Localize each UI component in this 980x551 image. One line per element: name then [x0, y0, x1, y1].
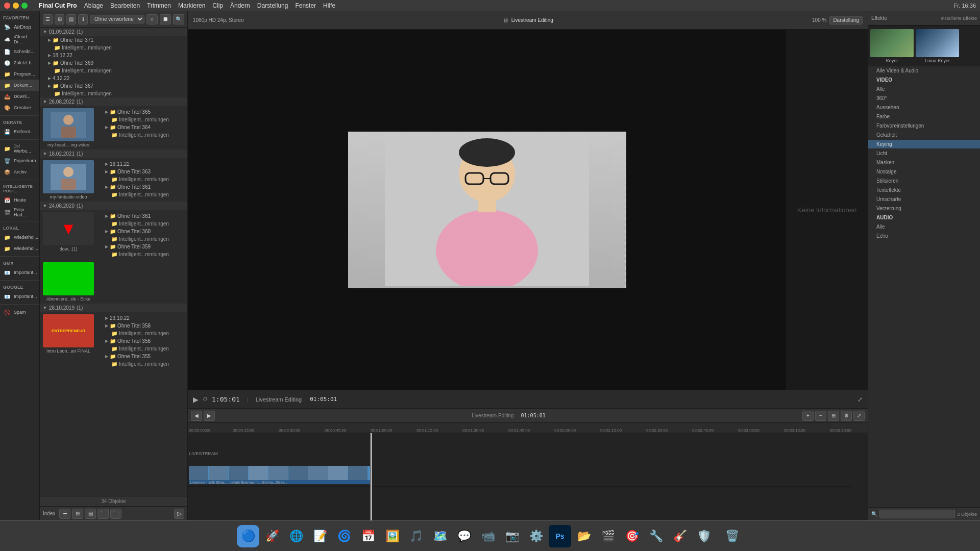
effects-item-alle-audio[interactable]: Alle — [868, 222, 980, 232]
dock-safari[interactable]: 🌐 — [285, 525, 307, 547]
folder-ohne-titel-363[interactable]: ▶📁 Ohne Titel 363 — [97, 168, 184, 176]
folder-ohne-titel-367[interactable]: ▶📁 Ohne Titel 367 — [40, 82, 187, 90]
menu-markieren[interactable]: Markieren — [178, 2, 205, 9]
folder-ohne-titel-356[interactable]: ▶📁 Ohne Titel 356 — [97, 337, 184, 345]
effects-item-verzerrung[interactable]: Verzerrung — [868, 204, 980, 213]
view-meta-btn[interactable]: ⬛ — [97, 509, 109, 519]
sidebar-item-program[interactable]: 📁 Program... — [0, 68, 39, 80]
sidebar-item-icloud[interactable]: ☁️ iCloud Dr... — [0, 33, 39, 46]
dock-messages[interactable]: 💬 — [453, 525, 475, 547]
sub-intelligent-2[interactable]: 📁Intelligent...mmlungen — [40, 67, 187, 74]
menu-trimmen[interactable]: Trimmen — [147, 2, 171, 9]
view-grid-btn[interactable]: ⊞ — [72, 509, 83, 519]
effect-thumb-keyer[interactable]: Keyer — [870, 29, 914, 63]
folder-4-12-22[interactable]: ▶ 4.12.22 — [40, 74, 187, 82]
date-header-01092022[interactable]: ▼ 01.09.2022 (1) — [40, 28, 187, 36]
effects-item-licht[interactable]: Licht — [868, 149, 980, 158]
playhead[interactable] — [371, 433, 372, 520]
browser-btn-list[interactable]: ☰ — [43, 14, 53, 24]
sidebar-item-schreibt[interactable]: 📄 Schreibt... — [0, 46, 39, 57]
folder-ohne-titel-364[interactable]: ▶📁 Ohne Titel 364 — [97, 123, 184, 131]
dock-preview[interactable]: 🖼️ — [381, 525, 403, 547]
sub-intelligent-11[interactable]: 📁Intelligent...mmlungen — [97, 345, 184, 353]
effects-item-keying[interactable]: Keying — [868, 140, 980, 149]
dock-settings[interactable]: ⚙️ — [525, 525, 547, 547]
browser-btn-search[interactable]: 🔍 — [173, 14, 184, 24]
folder-ohne-titel-360[interactable]: ▶📁 Ohne Titel 360 — [97, 228, 184, 235]
filter-dropdown[interactable]: Ohne verworfene — [90, 15, 144, 23]
effects-section-audio[interactable]: AUDIO — [868, 213, 980, 222]
app-menu[interactable]: Final Cut Pro — [39, 2, 77, 9]
effects-item-farbvorein[interactable]: Farbvoreinstellungen — [868, 121, 980, 131]
effects-item-alle-video[interactable]: Alle Video & Audio — [868, 66, 980, 76]
dock-imovie[interactable]: 🎬 — [597, 525, 619, 547]
effects-item-echo[interactable]: Echo — [868, 232, 980, 241]
dock-launchpad[interactable]: 🚀 — [261, 525, 283, 547]
dock-app3[interactable]: 🎸 — [669, 525, 691, 547]
close-button[interactable] — [4, 3, 10, 9]
browser-btn-meta[interactable]: ℹ — [78, 14, 88, 24]
sidebar-item-creative[interactable]: 🎨 Creative — [0, 102, 39, 113]
effects-item-nostalge[interactable]: Nostalge — [868, 167, 980, 177]
sidebar-item-papierkorb[interactable]: 🗑️ Papierkorb — [0, 155, 39, 166]
sub-intelligent-10[interactable]: 📁Intelligent...mmlungen — [97, 330, 184, 337]
sub-zvi[interactable]: 📁Intelligent...mmlungen — [97, 176, 184, 183]
dock-app4[interactable]: 🛡️ — [693, 525, 715, 547]
fullscreen-button[interactable] — [21, 3, 28, 9]
timeline-fit[interactable]: ⊞ — [828, 411, 839, 421]
date-header-18022021[interactable]: ▼ 18.02.2021 (1) — [40, 149, 187, 158]
sidebar-item-important2[interactable]: 📧 Important... — [0, 291, 39, 302]
date-header-26082022[interactable]: ▼ 26.08.2022 (1) — [40, 97, 187, 106]
menu-ablage[interactable]: Ablage — [84, 2, 103, 9]
sidebar-item-wieder1[interactable]: 📁 Wiederhol... — [0, 232, 39, 243]
date-header-24082020[interactable]: ▼ 24.08.2020 (1) — [40, 202, 187, 210]
sub-intelligent-12[interactable]: 📁Intelligent...mmlungen — [97, 360, 184, 368]
timeline-fullscreen[interactable]: ⤢ — [853, 411, 865, 421]
play-button[interactable]: ▶ — [193, 395, 199, 404]
sub-intelligent-7[interactable]: 📁Intelligent...mmlungen — [97, 220, 184, 228]
dock-app2[interactable]: 🔧 — [645, 525, 667, 547]
menu-darstellung[interactable]: Darstellung — [257, 2, 288, 9]
timeline-options[interactable]: ⚙ — [841, 411, 852, 421]
dock-trash[interactable]: 🗑️ — [721, 525, 743, 547]
sub-intelligent-3[interactable]: 📁Intelligent...mmlungen — [40, 90, 187, 97]
view-list-btn[interactable]: ☰ — [59, 509, 70, 519]
dock-calendar[interactable]: 📅 — [357, 525, 379, 547]
effects-item-aussehen[interactable]: Aussehen — [868, 103, 980, 112]
folder-ohne-titel-361[interactable]: ▶📁 Ohne Titel 361 — [97, 183, 184, 191]
sub-intelligent-5[interactable]: 📁Intelligent...mmlungen — [97, 131, 184, 139]
dock-music[interactable]: 🎵 — [405, 525, 427, 547]
view-extra-btn[interactable]: ⬛ — [110, 509, 121, 519]
folder-ohne-titel-358[interactable]: ▶📁 Ohne Titel 358 — [97, 322, 184, 330]
menu-bearbeiten[interactable]: Bearbeiten — [110, 2, 140, 9]
browser-btn-filter2[interactable]: ≡ — [146, 14, 158, 24]
sidebar-item-1stwerbu[interactable]: 📁 1st Werbu... — [0, 142, 39, 155]
folder-23-10-22[interactable]: ▶ 23.10.22 — [97, 314, 184, 322]
sidebar-item-important1[interactable]: 📧 Important... — [0, 267, 39, 278]
folder-ohne-titel-355[interactable]: ▶📁 Ohne Titel 355 — [97, 353, 184, 360]
effects-section-video[interactable]: VIDEO — [868, 76, 980, 85]
minimize-button[interactable] — [13, 3, 19, 9]
folder-ohne-titel-369[interactable]: ▶📁 Ohne Titel 369 — [40, 59, 187, 67]
timeline-btn-2[interactable]: ▶ — [204, 411, 215, 421]
menu-hilfe[interactable]: Hilfe — [323, 2, 335, 9]
sidebar-item-heute[interactable]: 📅 Heute — [0, 194, 39, 206]
dock-notes[interactable]: 📝 — [309, 525, 331, 547]
sub-intelligent-8[interactable]: 📁Intelligent...mmlungen — [97, 235, 184, 243]
folder-18-12-22[interactable]: ▶ 18.12.22 — [40, 52, 187, 59]
sub-intelligent-1[interactable]: 📁Intelligent...mmlungen — [40, 44, 187, 52]
sidebar-item-spam[interactable]: 🚫 Spam — [0, 307, 39, 318]
effects-item-alle[interactable]: Alle — [868, 85, 980, 94]
fullscreen-timeline-btn[interactable]: ⤢ — [857, 396, 863, 403]
effects-item-texteffekte[interactable]: Texteffekte — [868, 186, 980, 195]
folder-ohne-titel-361b[interactable]: ▶📁 Ohne Titel 361 — [97, 212, 184, 220]
menu-clip[interactable]: Clip — [212, 2, 223, 9]
browser-btn-filter3[interactable]: 🔲 — [160, 14, 171, 24]
sidebar-item-dokum[interactable]: 📁 Dokum... — [0, 80, 39, 91]
browser-action-btn[interactable]: ▷ — [174, 509, 184, 519]
menu-andern[interactable]: Ändern — [230, 2, 250, 9]
effects-item-umschärfe[interactable]: Umschärfe — [868, 195, 980, 204]
view-clip-btn[interactable]: ▤ — [85, 509, 96, 519]
timeline-zoom-in[interactable]: + — [802, 411, 814, 421]
sidebar-item-archiv[interactable]: 📦 Archiv — [0, 166, 39, 178]
